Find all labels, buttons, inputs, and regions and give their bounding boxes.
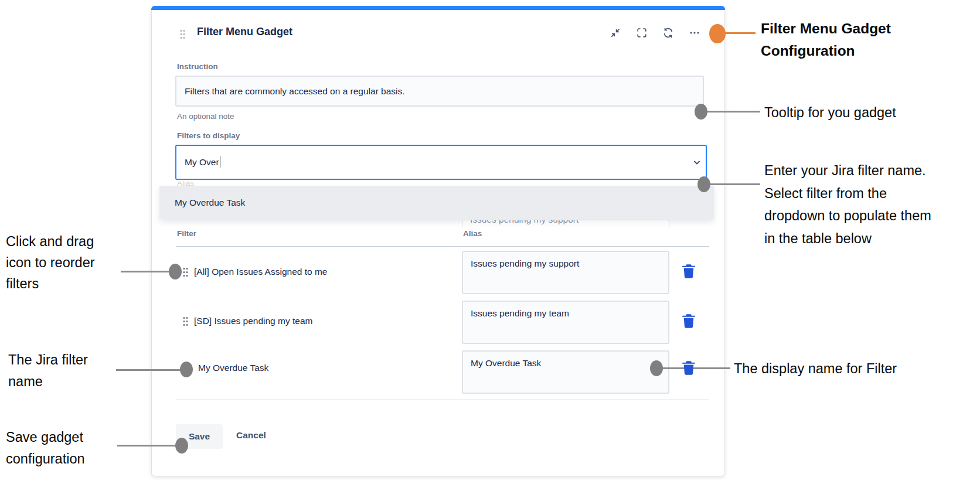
trash-icon[interactable] <box>680 263 697 280</box>
annotation-drag: Click and drag icon to reorder filters <box>6 231 95 294</box>
annotation-connector <box>117 445 177 446</box>
cancel-button[interactable]: Cancel <box>236 430 266 441</box>
annotation-dot-orange <box>709 24 726 43</box>
annotation-dot <box>697 176 710 192</box>
column-header-alias: Alias <box>463 229 482 238</box>
obscured-alias-hint: Issues pending my support <box>462 220 669 225</box>
annotation-tooltip: Tooltip for you gadget <box>764 102 896 124</box>
alias-input[interactable]: Issues pending my support <box>462 251 669 294</box>
chevron-down-icon[interactable] <box>690 156 703 169</box>
annotation-connector <box>121 271 170 272</box>
annotation-connector <box>116 369 182 371</box>
annotation-connector <box>710 183 760 185</box>
annotation-dot <box>169 264 182 280</box>
annotation-dot <box>180 362 193 377</box>
annotation-dot <box>175 438 188 454</box>
filters-to-display-label: Filters to display <box>177 131 240 140</box>
table-row: My Overdue Task My Overdue Task <box>151 349 725 401</box>
gadget-header-actions <box>610 27 700 39</box>
filter-name: My Overdue Task <box>198 363 268 373</box>
annotation-enter-filter: Enter your Jira filter name. Select filt… <box>764 159 931 250</box>
annotation-dot <box>650 360 663 376</box>
table-header-divider <box>176 246 709 247</box>
trash-icon[interactable] <box>680 313 697 329</box>
gadget-accent-bar <box>151 6 725 10</box>
row-drag-handle-icon[interactable] <box>182 316 189 329</box>
annotation-config: Filter Menu Gadget Configuration <box>761 18 891 62</box>
more-icon[interactable] <box>689 27 700 39</box>
text-cursor <box>220 156 221 168</box>
filter-name: [SD] Issues pending my team <box>194 316 312 326</box>
instruction-label: Instruction <box>177 62 218 71</box>
filter-search-input[interactable]: My Over <box>175 145 707 180</box>
dropdown-option[interactable]: My Overdue Task <box>159 186 714 219</box>
alias-input[interactable]: My Overdue Task <box>462 350 669 394</box>
table-row: [All] Open Issues Assigned to me Issues … <box>151 248 725 300</box>
obscured-alias-input: Issues pending my support <box>462 220 669 227</box>
collapse-icon[interactable] <box>610 27 621 39</box>
annotation-dot <box>695 104 707 120</box>
footer-divider <box>176 400 709 400</box>
trash-icon[interactable] <box>680 360 697 376</box>
table-row: [SD] Issues pending my team Issues pendi… <box>151 299 725 350</box>
annotated-screenshot: Filter Menu Gadget Instruction Filt <box>0 0 980 484</box>
annotation-connector-orange <box>725 32 756 34</box>
annotation-connector <box>707 111 760 113</box>
gadget-drag-handle-icon[interactable] <box>179 29 186 42</box>
refresh-icon[interactable] <box>662 27 674 39</box>
filter-search-value: My Over <box>185 157 219 167</box>
alias-input[interactable]: Issues pending my team <box>462 301 669 344</box>
column-header-filter: Filter <box>177 229 196 238</box>
annotation-save: Save gadget configuration <box>6 427 85 470</box>
annotation-display-name: The display name for Filter <box>734 358 897 380</box>
filter-name: [All] Open Issues Assigned to me <box>194 267 327 277</box>
annotation-jira-filter-name: The Jira filter name <box>8 349 88 393</box>
instruction-input[interactable]: Filters that are commonly accessed on a … <box>175 76 704 107</box>
row-drag-handle-icon[interactable] <box>182 267 189 280</box>
instruction-helper-text: An optional note <box>177 112 234 121</box>
gadget-title: Filter Menu Gadget <box>197 26 292 38</box>
expand-icon[interactable] <box>636 27 648 39</box>
